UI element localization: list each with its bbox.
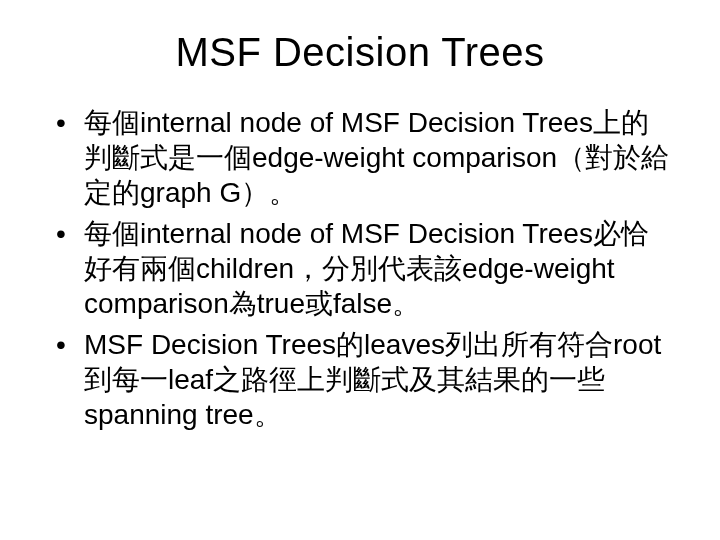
list-item: MSF Decision Trees的leaves列出所有符合root到每一le… [50,327,670,432]
slide-title: MSF Decision Trees [40,30,680,75]
list-item: 每個internal node of MSF Decision Trees必恰好… [50,216,670,321]
bullet-list: 每個internal node of MSF Decision Trees上的判… [40,105,680,432]
slide: MSF Decision Trees 每個internal node of MS… [0,0,720,540]
list-item: 每個internal node of MSF Decision Trees上的判… [50,105,670,210]
